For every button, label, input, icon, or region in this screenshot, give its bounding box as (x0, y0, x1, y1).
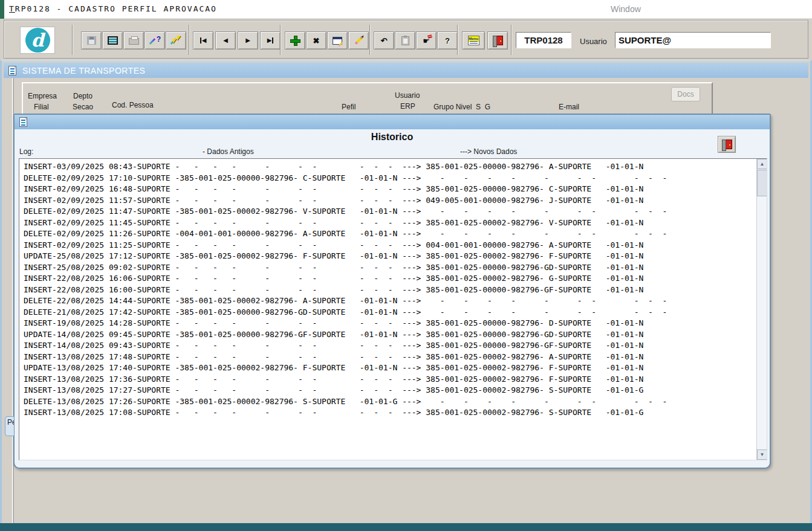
log-entry: UPDATE-25/08/2025 17:12-SUPORTE -385-001… (24, 251, 755, 262)
toolbar: d ?::: ◀ ◀ ▶ ▶ ✖ ↶ ☛ ? TRP0128 Usuario (4, 20, 808, 59)
edit-query-window-button[interactable] (327, 31, 348, 50)
toolbar-separator (511, 25, 512, 55)
log-entry: INSERT-02/09/2025 11:25-SUPORTE - - - - … (24, 240, 755, 251)
lightning-wand-icon (170, 35, 182, 46)
clipboard-icon (401, 36, 409, 45)
undo-arrow-icon: ↶ (381, 37, 388, 45)
dados-antigos-label: - Dados Antigos (203, 147, 254, 156)
log-entry: INSERT-25/08/2025 09:02-SUPORTE - - - - … (24, 262, 755, 274)
historico-exit-button[interactable] (718, 136, 736, 153)
app-title: TRP0128 - CADASTRO PERFIL APROVACAO (9, 4, 217, 13)
grid-display-button[interactable] (102, 31, 123, 50)
execute-query-button[interactable] (166, 31, 186, 50)
document-window-icon (8, 66, 16, 76)
green-plus-icon (291, 36, 300, 45)
floppy-save-icon (87, 36, 96, 45)
first-record-icon: ◀ (200, 37, 207, 43)
undo-button[interactable]: ↶ (374, 31, 394, 50)
email-label: E-mail (559, 103, 579, 111)
usuario-label: Usuario (580, 37, 607, 46)
first-record-button[interactable]: ◀ (193, 31, 213, 50)
log-entry: INSERT-22/08/2025 16:00-SUPORTE - - - - … (24, 285, 755, 296)
usuario-erp-label: Usuario (395, 91, 420, 100)
exit-button[interactable] (487, 31, 508, 50)
insert-record-button[interactable] (285, 31, 305, 50)
help-button[interactable]: ? (437, 31, 458, 50)
log-entry: DELETE-22/08/2025 14:44-SUPORTE -385-001… (24, 295, 755, 307)
log-entry: INSERT-14/08/2025 09:43-SUPORTE - - - - … (24, 340, 755, 352)
historico-heading: Historico (15, 132, 770, 143)
scroll-up-button[interactable]: ▲ (757, 159, 767, 169)
left-green-strip (0, 0, 4, 19)
program-code-field[interactable]: TRP0128 (516, 32, 571, 48)
form-pencil-icon (333, 37, 342, 45)
partial-tab[interactable]: Perfil (5, 416, 14, 436)
hand-edit-icon: ☛ (423, 37, 430, 45)
log-entry: UPDATE-13/08/2025 17:40-SUPORTE -385-001… (24, 362, 755, 374)
toolbar-separator (189, 25, 190, 55)
menu-grid-icon (468, 36, 479, 45)
previous-record-icon: ◀ (223, 37, 228, 43)
query-wand-icon: ?::: (149, 35, 161, 46)
mdi-window-title: SISTEMA DE TRANSPORTES (22, 66, 145, 76)
log-entry: INSERT-19/08/2025 14:28-SUPORTE - - - - … (24, 318, 755, 329)
docs-button[interactable]: Docs (671, 87, 700, 101)
log-entry: DELETE-02/09/2025 11:26-SUPORTE -004-001… (24, 228, 755, 240)
next-record-icon: ▶ (245, 37, 250, 43)
log-entry: INSERT-13/08/2025 17:36-SUPORTE - - - - … (24, 374, 755, 385)
scroll-down-button[interactable]: ▼ (757, 449, 767, 460)
log-entry: DELETE-21/08/2025 17:42-SUPORTE -385-001… (24, 307, 755, 318)
red-x-icon: ✖ (313, 37, 320, 45)
datasul-logo-icon: d (25, 28, 50, 53)
bottom-strip (0, 523, 812, 531)
toolbar-separator (457, 25, 458, 55)
log-entry: INSERT-22/08/2025 16:06-SUPORTE - - - - … (24, 273, 755, 285)
log-entry: INSERT-13/08/2025 17:27-SUPORTE - - - - … (24, 385, 755, 396)
document-window-icon (19, 117, 27, 127)
log-listbox[interactable]: INSERT-03/09/2025 08:43-SUPORTE - - - - … (19, 158, 767, 460)
log-entry: INSERT-13/08/2025 17:08-SUPORTE - - - - … (24, 407, 755, 419)
cod-pessoa-label: Cod. Pessoa (112, 101, 154, 109)
menu-window[interactable]: Window (611, 4, 641, 14)
usuario-input[interactable] (615, 32, 771, 48)
toolbar-separator (369, 25, 371, 55)
clear-record-button[interactable] (348, 31, 369, 50)
toolbar-separator (280, 25, 281, 55)
grupo-nivel-label: Grupo Nivel S G (434, 103, 490, 111)
menu-button[interactable] (462, 31, 485, 50)
log-entry: INSERT-13/08/2025 17:48-SUPORTE - - - - … (24, 352, 755, 363)
log-entry: INSERT-02/09/2025 16:48-SUPORTE - - - - … (24, 184, 755, 195)
form-header-panel (22, 82, 713, 116)
vertical-scrollbar[interactable]: ▲ ▼ (756, 159, 767, 460)
last-record-icon: ▶ (267, 37, 274, 43)
mdi-titlebar: SISTEMA DE TRANSPORTES (4, 63, 808, 78)
previous-record-button[interactable]: ◀ (215, 31, 236, 50)
logo-button[interactable]: d (20, 27, 55, 54)
enter-query-button[interactable]: ?::: (145, 31, 165, 50)
delete-record-button[interactable]: ✖ (306, 31, 326, 50)
scrollbar-thumb[interactable] (757, 170, 767, 196)
exit-door-icon (496, 36, 503, 45)
log-entry: DELETE-02/09/2025 17:10-SUPORTE -385-001… (24, 173, 755, 184)
novos-dados-label: ---> Novos Dados (460, 147, 517, 156)
log-entry: INSERT-03/09/2025 08:43-SUPORTE - - - - … (24, 161, 755, 173)
paste-button[interactable] (395, 31, 415, 50)
empresa-label: Empresa (28, 92, 57, 100)
secao-label: Secao (73, 103, 93, 111)
filial-label: Filial (34, 103, 49, 111)
log-entry: DELETE-13/08/2025 17:26-SUPORTE -385-001… (24, 396, 755, 408)
print-button[interactable] (123, 31, 144, 50)
exit-door-icon (725, 140, 732, 149)
log-entry: UPDATE-14/08/2025 09:45-SUPORTE -385-001… (24, 329, 755, 341)
log-entry: INSERT-02/09/2025 11:45-SUPORTE - - - - … (24, 217, 755, 229)
log-list: INSERT-03/09/2025 08:43-SUPORTE - - - - … (24, 161, 755, 419)
app-titlebar: TRP0128 - CADASTRO PERFIL APROVACAO Wind… (0, 0, 812, 19)
historico-titlebar[interactable] (15, 115, 770, 129)
edit-record-button[interactable]: ☛ (416, 31, 437, 50)
log-entry: INSERT-02/09/2025 11:57-SUPORTE - - - - … (24, 195, 755, 207)
last-record-button[interactable]: ▶ (260, 31, 281, 50)
next-record-button[interactable]: ▶ (238, 31, 258, 50)
save-button[interactable] (81, 31, 102, 50)
log-label: Log: (19, 147, 33, 156)
pencil-icon (354, 36, 362, 44)
